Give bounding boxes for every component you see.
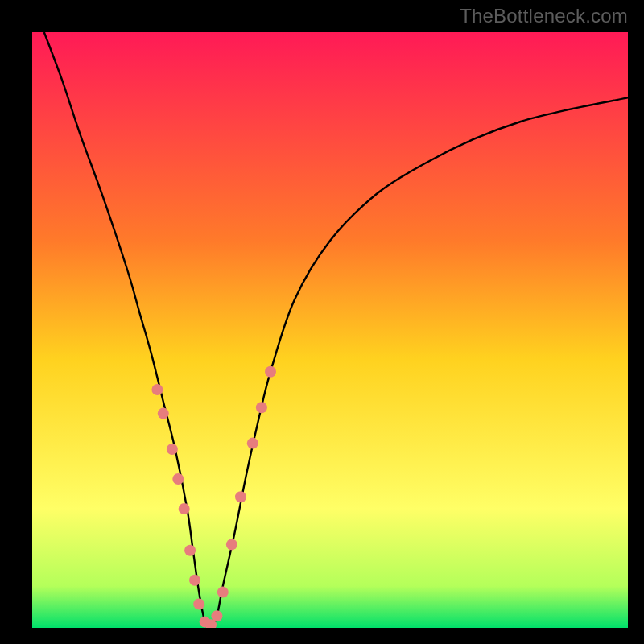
data-dot xyxy=(235,491,246,502)
chart-frame: TheBottleneck.com xyxy=(0,0,644,644)
data-dot xyxy=(226,539,237,550)
data-dot xyxy=(211,610,222,621)
data-dot xyxy=(158,408,169,419)
data-dot xyxy=(172,473,184,485)
data-dot xyxy=(184,545,196,556)
curve-layer xyxy=(32,32,628,628)
data-dot xyxy=(179,503,190,514)
watermark-label: TheBottleneck.com xyxy=(460,5,628,27)
data-dots-group xyxy=(151,366,276,628)
data-dot xyxy=(217,587,229,598)
data-dot xyxy=(193,598,204,609)
data-dot xyxy=(167,444,178,455)
plot-area xyxy=(32,32,628,628)
data-dot xyxy=(151,384,163,395)
data-dot xyxy=(189,575,200,586)
data-dot xyxy=(256,402,267,413)
data-dot xyxy=(247,438,258,449)
data-dot xyxy=(265,366,276,378)
bottleneck-curve xyxy=(44,32,628,628)
